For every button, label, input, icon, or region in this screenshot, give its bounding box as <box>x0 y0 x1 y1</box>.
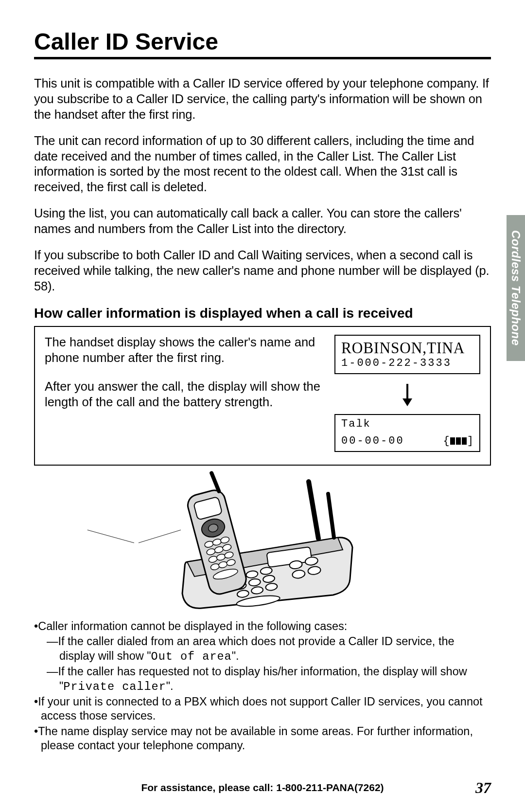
intro-paragraph-1: This unit is compatible with a Caller ID… <box>34 76 491 123</box>
intro-paragraph-4: If you subscribe to both Caller ID and C… <box>34 248 491 294</box>
note-dash-2-b: ". <box>166 680 174 692</box>
page-title: Caller ID Service <box>34 28 491 55</box>
svg-line-2 <box>88 530 134 543</box>
svg-line-19 <box>309 482 318 539</box>
intro-paragraph-2: The unit can record information of up to… <box>34 133 491 196</box>
talk-time-row: 00-00-00 {] <box>341 435 473 447</box>
intro-paragraph-3: Using the list, you can automatically ca… <box>34 206 491 237</box>
callout-text-1: The handset display shows the caller's n… <box>45 335 323 374</box>
svg-line-38 <box>211 472 219 492</box>
callout-box: The handset display shows the caller's n… <box>34 326 491 466</box>
page-footer: For assistance, please call: 1-800-211-P… <box>34 782 491 794</box>
manual-page: Caller ID Service This unit is compatibl… <box>0 0 525 768</box>
call-timer: 00-00-00 <box>341 435 404 447</box>
note-dash-1: —If the caller dialed from an area which… <box>34 634 491 664</box>
battery-icon: {] <box>443 435 473 447</box>
phone-illustration <box>34 465 491 611</box>
note-dash-1-b: ". <box>232 650 239 662</box>
talk-label: Talk <box>341 418 473 430</box>
note-bullet-1: •Caller information cannot be displayed … <box>34 619 491 633</box>
display-column: Talk 00-00-00 {] <box>334 379 480 452</box>
callout-row-2: After you answer the call, the display w… <box>45 379 480 452</box>
arrow-down-icon <box>334 384 480 408</box>
note-bullet-2: •If your unit is connected to a PBX whic… <box>34 695 491 723</box>
callout-row-1: The handset display shows the caller's n… <box>45 335 480 374</box>
code-out-of-area: Out of area <box>151 650 232 663</box>
note-bullet-3: •The name display service may not be ava… <box>34 724 491 753</box>
caller-number: 1-000-222-3333 <box>341 357 473 369</box>
note-dash-1-a: —If the caller dialed from an area which… <box>47 635 455 662</box>
svg-marker-1 <box>402 398 412 406</box>
section-subhead: How caller information is displayed when… <box>34 305 491 322</box>
handset-display-talk: Talk 00-00-00 {] <box>334 414 480 452</box>
code-private-caller: Private caller <box>63 680 166 693</box>
assistance-line: For assistance, please call: 1-800-211-P… <box>34 782 491 794</box>
notes-section: •Caller information cannot be displayed … <box>34 619 491 753</box>
page-number: 37 <box>475 779 491 797</box>
handset-display-incoming: ROBINSON,TINA 1-000-222-3333 <box>334 335 480 374</box>
phone-base-icon <box>158 465 367 611</box>
svg-line-20 <box>328 494 334 538</box>
note-dash-2: —If the caller has requested not to disp… <box>34 665 491 694</box>
title-rule <box>34 57 491 59</box>
callout-text-2: After you answer the call, the display w… <box>45 379 323 410</box>
caller-name: ROBINSON,TINA <box>341 339 463 357</box>
